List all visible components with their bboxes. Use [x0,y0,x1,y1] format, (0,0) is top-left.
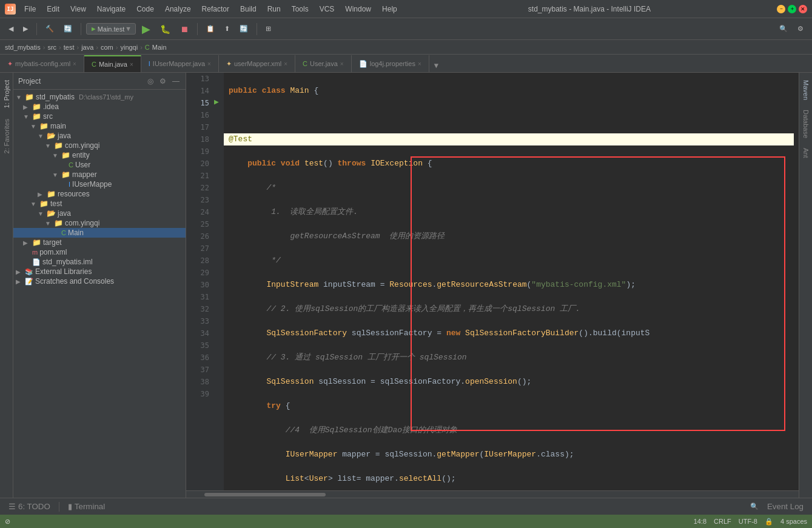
sidebar-tab-favorites[interactable]: 2: Favorites [1,114,12,158]
toolbar-fwd-btn[interactable]: ▶ [19,23,32,35]
horizontal-scrollbar[interactable] [186,490,799,498]
sidebar-tab-database[interactable]: Database [800,105,811,143]
maximize-button[interactable]: ＋ [788,5,796,13]
gutter-run-icon-15[interactable]: ▶ [214,97,219,106]
menu-tools[interactable]: Tools [287,3,314,15]
project-scope-btn[interactable]: ◎ [146,76,155,87]
tab-user-java[interactable]: C User.java × [295,55,352,72]
menu-code[interactable]: Code [132,3,159,15]
tab-usermapper-xml-close[interactable]: × [284,61,287,67]
toolbar-search-btn[interactable]: 🔍 [776,23,791,35]
toolbar-settings-btn[interactable]: ⚙ [794,23,807,35]
code-line-16: public void test() throws IOException { [229,158,794,170]
menu-vcs[interactable]: VCS [315,3,340,15]
bc-src[interactable]: src [47,44,56,51]
bc-project[interactable]: std_mybatis [5,44,41,51]
menu-help[interactable]: Help [377,3,402,15]
menu-view[interactable]: View [65,3,91,15]
bc-main[interactable]: Main [152,44,167,51]
code-line-13: public class Main { [229,85,794,97]
stop-button[interactable]: ⏹ [176,22,192,36]
tree-root[interactable]: ▼ 📁 std_mybatis D:\class71\std_my [13,92,186,102]
tree-target[interactable]: ▶ 📁 target [13,238,186,247]
tree-label-main-java: java [58,132,71,140]
tab-user-java-close[interactable]: × [340,61,344,67]
tab-main-java[interactable]: C Main.java × [84,55,141,72]
bc-sep-4: › [96,44,98,51]
tree-test-java[interactable]: ▼ 📂 java [13,209,186,218]
tree-main-class[interactable]: ▶ C Main [13,228,186,238]
menu-file[interactable]: File [19,3,41,15]
tree-user[interactable]: ▶ C User [13,160,186,170]
project-settings-btn[interactable]: ⚙ [158,76,167,87]
menu-navigate[interactable]: Navigate [92,3,130,15]
tab-log4j-close[interactable]: × [418,61,421,67]
code-line-28: IUserMapper mapper = sqlSession.getMappe… [229,449,794,461]
toolbar-update-btn[interactable]: ⬆ [221,23,233,35]
folder-icon-src: 📁 [32,112,41,121]
tree-mapper[interactable]: ▼ 📁 mapper [13,170,186,179]
tree-test[interactable]: ▼ 📁 test [13,199,186,209]
terminal-button[interactable]: ▮ Terminal [64,501,109,512]
toolbar-git-btn[interactable]: 📋 [203,23,218,35]
tab-mybatis-config[interactable]: ✦ mybatis-config.xml × [0,55,84,72]
run-button[interactable]: ▶ [138,21,154,38]
tab-log4j[interactable]: 📄 log4j.properties × [352,55,429,72]
sidebar-tab-project[interactable]: 1: Project [1,75,12,113]
tree-main[interactable]: ▼ 📁 main [13,121,186,131]
minimize-button[interactable]: － [777,5,785,13]
project-panel: Project ◎ ⚙ — ▼ 📁 std_mybatis D:\class71… [13,73,186,498]
menu-window[interactable]: Window [340,3,376,15]
code-editor[interactable]: 13 14 15 16 17 18 19 20 21 22 23 24 25 2… [186,73,799,498]
code-scroll[interactable]: 13 14 15 16 17 18 19 20 21 22 23 24 25 2… [186,73,799,490]
line-num-38: 38 [190,376,209,388]
menu-run[interactable]: Run [263,3,286,15]
tab-add-button[interactable]: ▼ [429,59,443,72]
tab-java-icon: C [92,61,96,68]
tree-pom[interactable]: ▶ m pom.xml [13,247,186,257]
tree-main-java[interactable]: ▼ 📂 java [13,131,186,141]
tab-xml2-icon: ✦ [226,60,232,68]
tab-main-java-close[interactable]: × [130,61,133,68]
lock-icon: 🔒 [765,518,773,526]
tree-idea[interactable]: ▶ 📁 .idea [13,102,186,112]
tree-scratches[interactable]: ▶ 📝 Scratches and Consoles [13,276,186,286]
tree-iml[interactable]: ▶ 📄 std_mybatis.iml [13,257,186,267]
todo-button[interactable]: ☰ 6: TODO [5,501,54,512]
tree-entity[interactable]: ▼ 📁 entity [13,150,186,160]
project-expand-btn[interactable]: — [171,76,181,87]
tab-mybatis-config-close[interactable]: × [73,61,76,67]
code-line-27: //4 使用SqlSession创建Dao接口的代理对象 [229,424,794,436]
menu-analyze[interactable]: Analyze [160,3,196,15]
toolbar-layout-btn[interactable]: ⊞ [262,23,275,35]
tab-usermapper-xml[interactable]: ✦ userMapper.xml × [219,55,295,72]
debug-button[interactable]: 🐛 [156,22,174,36]
tree-ext-libs[interactable]: ▶ 📚 External Libraries [13,267,186,276]
toolbar-sync-btn[interactable]: 🔄 [60,23,76,35]
sidebar-tab-maven[interactable]: Maven [800,75,811,105]
tree-com-yingqi-main[interactable]: ▼ 📁 com.yingqi [13,141,186,150]
sidebar-tab-ant[interactable]: Ant [800,143,811,163]
bc-com[interactable]: com [101,44,113,51]
event-log-button[interactable]: Event Log [763,501,807,512]
close-button[interactable]: ✕ [799,5,807,13]
tab-iusermapper[interactable]: I IUserMapper.java × [141,55,219,72]
toolbar-back-btn[interactable]: ◀ [5,23,17,35]
toolbar-push-btn[interactable]: 🔄 [236,23,252,35]
bc-yingqi[interactable]: yingqi [120,44,138,51]
toolbar-build-btn[interactable]: 🔨 [42,23,58,35]
line-num-30: 30 [190,279,209,291]
run-config-selector[interactable]: ▶ Main.test ▼ [86,23,136,35]
bc-test[interactable]: test [64,44,75,51]
bc-java[interactable]: java [81,44,93,51]
menu-edit[interactable]: Edit [42,3,64,15]
tree-iusermapper[interactable]: ▶ I IUserMappe [13,179,186,189]
tree-resources[interactable]: ▶ 📁 resources [13,189,186,199]
h-scroll-thumb[interactable] [204,493,326,496]
menu-build[interactable]: Build [235,3,261,15]
menu-refactor[interactable]: Refactor [197,3,234,15]
tree-src[interactable]: ▼ 📁 src [13,112,186,121]
tree-com-yingqi-test[interactable]: ▼ 📁 com.yingqi [13,218,186,228]
tab-iusermapper-close[interactable]: × [207,61,211,67]
code-content[interactable]: public class Main { @Test public void te… [224,73,799,490]
